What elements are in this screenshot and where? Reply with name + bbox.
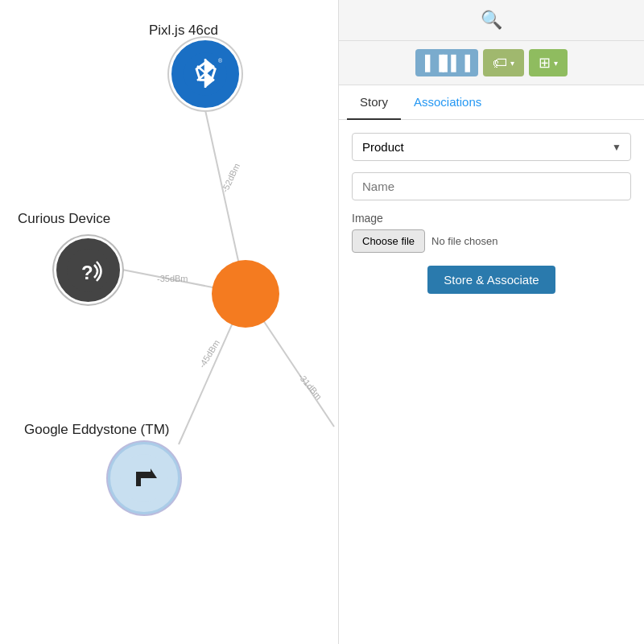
signal-eddystone: -45dBm bbox=[197, 338, 222, 369]
name-input-group bbox=[352, 172, 631, 200]
toolbar: ▌▐▌▌▐ 🏷 ▾ ⊞ ▾ bbox=[339, 41, 644, 85]
right-panel: 🔍 ▌▐▌▌▐ 🏷 ▾ ⊞ ▾ Story Associations bbox=[338, 0, 644, 644]
tab-associations[interactable]: Associations bbox=[401, 85, 494, 120]
bluetooth-node-label: Pixl.js 46cd bbox=[149, 23, 218, 39]
tag-chevron: ▾ bbox=[510, 59, 514, 68]
product-select[interactable]: Product Location Person Asset bbox=[352, 133, 631, 161]
image-upload-group: Image Choose file No file chosen bbox=[352, 212, 631, 253]
tab-panel: Story Associations Product Location Pers… bbox=[339, 85, 644, 644]
tag-icon: 🏷 bbox=[493, 55, 507, 72]
barcode-icon: ▌▐▌▌▐ bbox=[425, 55, 469, 72]
eddystone-node-label: Google Eddystone (TM) bbox=[24, 422, 169, 438]
image-label: Image bbox=[352, 212, 631, 225]
eddystone-node[interactable] bbox=[108, 442, 180, 514]
bluetooth-icon: ⬠ ® bbox=[184, 52, 227, 96]
signal-bluetooth: -52dBm bbox=[220, 162, 242, 194]
graph-svg: -52dBm -35dBm -45dBm -31dBm bbox=[0, 0, 338, 644]
select-wrapper: Product Location Person Asset bbox=[352, 133, 631, 161]
network-graph: -52dBm -35dBm -45dBm -31dBm Pixl.js 46cd… bbox=[0, 0, 338, 644]
search-icon[interactable]: 🔍 bbox=[481, 10, 502, 31]
file-upload-row: Choose file No file chosen bbox=[352, 229, 631, 253]
tab-story[interactable]: Story bbox=[347, 85, 401, 120]
signal-right: -31dBm bbox=[296, 372, 324, 402]
center-node[interactable] bbox=[212, 260, 279, 328]
tab-story-content: Product Location Person Asset Image Choo… bbox=[339, 120, 644, 644]
network-button[interactable]: ⊞ ▾ bbox=[529, 49, 568, 76]
eddystone-icon bbox=[120, 454, 168, 502]
curious-icon: ? bbox=[67, 249, 110, 292]
product-dropdown-group: Product Location Person Asset bbox=[352, 133, 631, 161]
network-icon: ⊞ bbox=[539, 54, 551, 72]
name-input[interactable] bbox=[352, 172, 631, 200]
search-bar: 🔍 bbox=[339, 0, 644, 41]
barcode-button[interactable]: ▌▐▌▌▐ bbox=[415, 49, 478, 76]
tabs: Story Associations bbox=[339, 85, 644, 120]
svg-text:®: ® bbox=[218, 58, 223, 64]
network-chevron: ▾ bbox=[554, 59, 558, 68]
curious-node[interactable]: ? bbox=[54, 236, 122, 304]
choose-file-button[interactable]: Choose file bbox=[352, 229, 425, 253]
tag-button[interactable]: 🏷 ▾ bbox=[483, 49, 524, 76]
signal-curious: -35dBm bbox=[157, 274, 188, 283]
svg-text:?: ? bbox=[81, 262, 93, 283]
no-file-text: No file chosen bbox=[431, 235, 497, 247]
store-associate-button[interactable]: Store & Associate bbox=[427, 266, 555, 294]
bluetooth-node[interactable]: ⬠ ® bbox=[169, 38, 242, 110]
curious-node-label: Curious Device bbox=[18, 211, 110, 227]
